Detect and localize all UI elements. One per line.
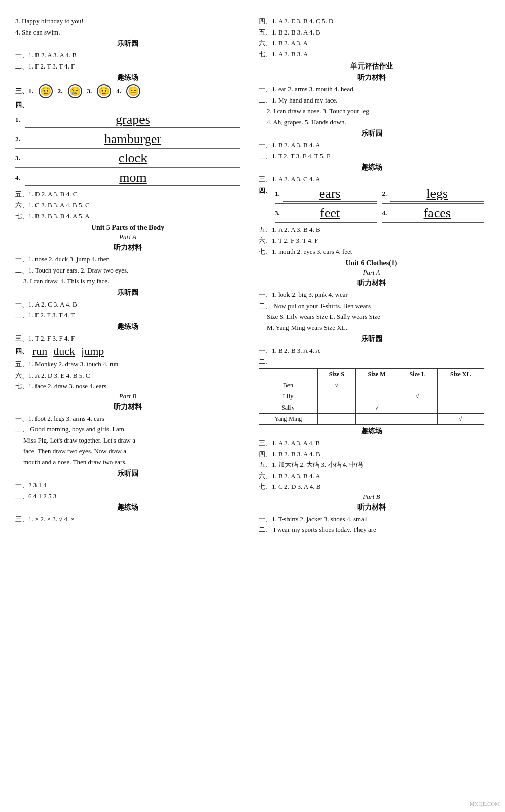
partB-title: Part B — [15, 392, 240, 400]
unit5-title: Unit 5 Parts of the Body — [15, 224, 240, 232]
r-san: 三、1. A 2. A 3. C 4. A — [259, 174, 484, 184]
u6pB-1: 二、 I wear my sports shoes today. They ar… — [259, 525, 484, 535]
face3-num: 3. — [87, 87, 92, 95]
r-si-label: 四、 — [259, 186, 272, 195]
u5pA-3: 3. I can draw. 4. This is my face. — [23, 276, 240, 286]
face4: 😐 — [126, 84, 140, 98]
r-yi-0: 一、1. ear 2. arms 3. mouth 4. head — [259, 84, 484, 94]
leyingyuan-1-title: 乐听园 — [15, 39, 240, 48]
ben-xl — [437, 380, 484, 391]
right-column: 四、1. A 2. E 3. B 4. C 5. D 五、1. B 2. B 3… — [248, 10, 492, 802]
face1: 😟 — [39, 84, 53, 98]
qulianchange5-title: 趣练场 — [259, 427, 484, 436]
table-row: Lily √ — [259, 391, 484, 402]
item1-word: grapes — [25, 112, 240, 128]
ears-legs-section: 四、 1. ears 2. legs — [259, 186, 484, 223]
written-item-3: 3. clock — [15, 151, 240, 168]
r-san2-4: 七、1. C 2. D 3. A 4. B — [259, 482, 484, 492]
item4-num: 4. — [15, 174, 25, 182]
r-san2-1: 四、1. B 2. B 3. A 4. B — [259, 449, 484, 459]
qi1: 七、1. B 2. B 3. B 4. A 5. A — [15, 211, 240, 221]
si-label: 四、 — [15, 100, 240, 110]
leyingyuan1-item1: 一、1. B 2. A 3. A 4. B — [15, 50, 240, 60]
liu1: 六、1. C 2. B 3. A 4. B 5. C — [15, 200, 240, 210]
leyingyuan3-title: 乐听园 — [15, 469, 240, 478]
written-item-1: 1. grapes — [15, 112, 240, 129]
yangming-name: Yang Ming — [259, 414, 318, 425]
ben-m — [355, 380, 398, 391]
r-san2-2: 五、1. 加大码 2. 大码 3. 小码 4. 中码 — [259, 460, 484, 470]
wu2-2: 七、1. face 2. draw 3. nose 4. ears — [15, 381, 240, 391]
qulianchange4-title: 趣练场 — [259, 163, 484, 172]
table-header-row: Size S Size M Size L Size XL — [259, 369, 484, 380]
san2: 三、1. T 2. F 3. F 4. F — [15, 333, 240, 344]
lily-l: √ — [398, 391, 437, 402]
ears-num: 1. — [275, 190, 283, 198]
partA-title: Part A — [15, 233, 240, 241]
faces-row: 三、1. 😟 2. 😢 3. 😟 4. 😐 — [15, 84, 240, 98]
faces-num: 4. — [382, 209, 390, 217]
yangming-l — [398, 414, 437, 425]
ly4-0: 一、1. B 2. A 3. B 4. A — [259, 140, 484, 150]
word-faces: faces — [422, 206, 453, 220]
wu2-1: 六、1. A 2. D 3. E 4. B 5. C — [15, 370, 240, 381]
item2-word: hamburger — [25, 131, 240, 147]
faces-item: 4. faces — [382, 206, 485, 223]
col-size-xl: Size XL — [437, 369, 484, 380]
r-yi-3: 4. Ah, grapes. 5. Hands down. — [267, 117, 484, 127]
watermark: MXQE.COM — [470, 801, 500, 807]
ly3-item1: 一、2 3 1 4 — [15, 480, 240, 490]
left-column: 3. Happy birthday to you! 4. She can swi… — [5, 10, 248, 802]
u6pA-2: Size S. Lily wears Size L. Sally wears S… — [267, 312, 484, 322]
sally-name: Sally — [259, 402, 318, 414]
r-tingli3-title: 听力材料 — [259, 503, 484, 512]
ly3-item2: 二、6 4 1 2 5 3 — [15, 491, 240, 501]
yangming-m — [355, 414, 398, 425]
r-yi-1: 二、1. My hand and my face. — [259, 95, 484, 106]
r-wu-0: 五、1. A 2. A 3. B 4. B — [259, 225, 484, 235]
tingli1-title: 听力材料 — [15, 243, 240, 252]
leyingyuan2-title: 乐听园 — [15, 288, 240, 297]
col-size-s: Size S — [317, 369, 355, 380]
table-row: Sally √ — [259, 402, 484, 414]
intro-line2: 4. She can swim. — [15, 27, 240, 38]
ly4-1: 二、1. T 2. T 3. F 4. T 5. F — [259, 151, 484, 161]
word-ears: ears — [317, 186, 343, 201]
r-tingli-title: 听力材料 — [259, 73, 484, 82]
ben-l — [398, 380, 437, 391]
u5pB-1: 二、 Good morning, boys and girls. I am — [15, 424, 240, 434]
ly2-item2: 二、1. F 2. F 3. T 4. T — [15, 310, 240, 320]
face4-num: 4. — [116, 87, 121, 95]
danyuan-title: 单元评估作业 — [259, 62, 484, 71]
u6pA-1: 二、 Now put on your T-shirts. Ben wears — [259, 301, 484, 311]
item3-num: 3. — [15, 154, 25, 162]
wu1: 五、1. D 2. A 3. B 4. C — [15, 189, 240, 199]
col-name — [259, 369, 318, 380]
u5pB-4: mouth and a nose. Then draw two ears. — [23, 457, 240, 467]
sally-m: √ — [355, 402, 398, 414]
ly5-1: 二、 — [259, 357, 484, 367]
leyingyuan4-title: 乐听园 — [259, 129, 484, 138]
u5pA-1: 一、1. nose 2. duck 3. jump 4. then — [15, 254, 240, 264]
u6pB-0: 一、1. T-shirts 2. jacket 3. shoes 4. smal… — [259, 514, 484, 524]
u5pB-0: 一、1. foot 2. legs 3. arms 4. ears — [15, 414, 240, 424]
table-row: Yang Ming √ — [259, 414, 484, 425]
written-item-4: 4. mom — [15, 170, 240, 187]
faces-label: 三、1. — [15, 87, 33, 96]
face2-num: 2. — [58, 87, 63, 95]
san3: 三、1. × 2. × 3. √ 4. × — [15, 514, 240, 524]
sally-xl — [437, 402, 484, 414]
lily-name: Lily — [259, 391, 318, 402]
item4-word: mom — [25, 170, 240, 186]
word-feet: feet — [318, 206, 342, 220]
item1-num: 1. — [15, 116, 25, 124]
lily-s — [317, 391, 355, 402]
item3-word: clock — [25, 151, 240, 166]
qulianchange-1-title: 趣练场 — [15, 73, 240, 82]
ears-legs-grid: 1. ears 2. legs 3. feet — [275, 186, 484, 223]
table-row: Ben √ — [259, 380, 484, 391]
ears-item: 1. ears — [275, 186, 377, 204]
written-item-2: 2. hamburger — [15, 131, 240, 149]
legs-item: 2. legs — [382, 186, 485, 204]
leyingyuan1-item2: 二、1. F 2. T 3. T 4. F — [15, 61, 240, 72]
